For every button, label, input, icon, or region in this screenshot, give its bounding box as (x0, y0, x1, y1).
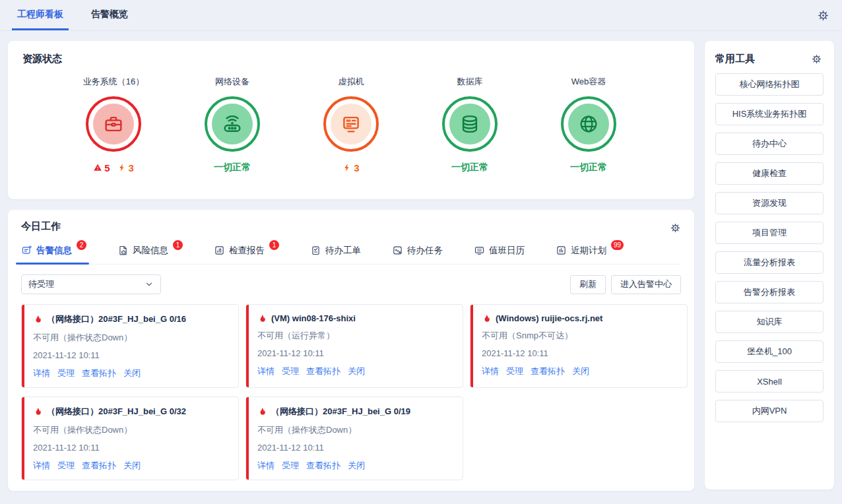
resource-item-web-containers[interactable]: Web容器 一切正常 (536, 76, 641, 174)
today-work-card: 今日工作 告警信息 2 风险信息 1 检查报告 1 (8, 210, 694, 491)
tool-button-knowledge-base[interactable]: 知识库 (715, 311, 824, 333)
view-topology-link[interactable]: 查看拓扑 (531, 365, 565, 377)
detail-link[interactable]: 详情 (482, 365, 499, 377)
alert-title: (Windows) ruijie-ocs.rj.net (496, 313, 602, 323)
warn-count: 3 (129, 162, 134, 173)
alert-card: （网络接口）20#3F_HJ_bei_G 0/32 不可用（操作状态Down） … (21, 396, 239, 480)
alert-time: 2021-11-12 10:11 (257, 443, 453, 453)
tab-badge: 2 (77, 240, 86, 250)
alert-message-icon (21, 245, 32, 256)
tab-recent-plan[interactable]: 近期计划 99 (556, 243, 624, 264)
accept-link[interactable]: 受理 (57, 367, 75, 379)
resource-item-virtual-machines[interactable]: 虚拟机 3 (298, 76, 404, 174)
alert-card: (VM) win08-176-shixi 不可用（运行异常） 2021-11-1… (245, 304, 463, 388)
common-tools-card: 常用工具 核心网络拓扑图 HIS系统业务拓扑图 待办中心 健康检查 资源发现 项… (705, 41, 834, 489)
tool-button-intranet-vpn[interactable]: 内网VPN (715, 400, 824, 422)
refresh-button[interactable]: 刷新 (570, 275, 606, 294)
detail-link[interactable]: 详情 (33, 460, 50, 472)
close-link[interactable]: 关闭 (123, 460, 141, 472)
tab-risk-info[interactable]: 风险信息 1 (117, 243, 183, 264)
tool-button-xshell[interactable]: XShell (715, 370, 824, 393)
resource-label: 业务系统（16） (83, 76, 144, 88)
warn-count: 3 (354, 162, 359, 173)
tool-button-resource-discovery[interactable]: 资源发现 (715, 192, 824, 214)
close-link[interactable]: 关闭 (572, 365, 589, 377)
tab-alarm-info[interactable]: 告警信息 2 (21, 243, 86, 264)
tab-duty-calendar[interactable]: 值班日历 (474, 243, 525, 264)
detail-link[interactable]: 详情 (33, 367, 50, 379)
database-icon (449, 104, 490, 144)
alert-time: 2021-11-12 10:11 (482, 348, 678, 358)
alert-title: （网络接口）20#3F_HJ_bei_G 0/19 (271, 406, 410, 418)
settings-gear-icon[interactable] (816, 8, 830, 22)
accept-link[interactable]: 受理 (506, 365, 523, 377)
view-topology-link[interactable]: 查看拓扑 (82, 367, 116, 379)
alert-time: 2021-11-12 10:11 (33, 350, 229, 360)
alert-desc: 不可用（操作状态Down） (257, 424, 453, 436)
resource-label: Web容器 (571, 76, 606, 88)
alarm-center-button[interactable]: 进入告警中心 (611, 275, 681, 294)
fire-icon (482, 314, 491, 323)
alert-card-grid: （网络接口）20#3F_HJ_bei_G 0/16 不可用（操作状态Down） … (21, 304, 681, 480)
tools-gear-icon[interactable] (809, 51, 824, 66)
resource-item-databases[interactable]: 数据库 一切正常 (417, 76, 523, 174)
detail-link[interactable]: 详情 (257, 365, 275, 377)
close-link[interactable]: 关闭 (348, 460, 365, 472)
tool-button-traffic-report[interactable]: 流量分析报表 (715, 251, 824, 274)
tool-button-todo-center[interactable]: 待办中心 (715, 133, 824, 155)
tab-badge: 1 (173, 240, 183, 250)
tab-badge: 99 (611, 240, 624, 250)
globe-icon (568, 104, 609, 144)
tool-button-bastion-host[interactable]: 堡垒机_100 (715, 340, 824, 363)
resource-ring (442, 96, 498, 152)
tab-engineer-dashboard[interactable]: 工程师看板 (12, 0, 69, 30)
fire-icon (33, 407, 42, 416)
accept-link[interactable]: 受理 (282, 460, 299, 472)
tab-todo-tasks[interactable]: 待办任务 (392, 243, 443, 264)
todo-task-icon (392, 245, 403, 256)
tool-button-his-business-topology[interactable]: HIS系统业务拓扑图 (715, 103, 824, 125)
tool-button-alarm-report[interactable]: 告警分析报表 (715, 281, 824, 303)
tab-check-report[interactable]: 检查报告 1 (214, 243, 279, 264)
view-topology-link[interactable]: 查看拓扑 (82, 460, 116, 472)
resource-ring (205, 96, 260, 152)
alert-title: (VM) win08-176-shixi (271, 313, 356, 323)
today-work-tabs: 告警信息 2 风险信息 1 检查报告 1 待办工单 (21, 243, 681, 265)
alert-time: 2021-11-12 10:11 (33, 443, 229, 453)
alert-time: 2021-11-12 10:11 (257, 348, 453, 358)
alert-desc: 不可用（Snmp不可达） (482, 330, 678, 342)
today-work-gear-icon[interactable] (668, 220, 682, 235)
view-topology-link[interactable]: 查看拓扑 (306, 365, 340, 377)
chevron-down-icon (145, 280, 154, 289)
fire-icon (257, 314, 267, 323)
fire-icon (257, 407, 267, 416)
resource-status-title: 资源状态 (22, 53, 680, 65)
tool-button-core-network-topology[interactable]: 核心网络拓扑图 (715, 73, 824, 96)
alert-title: （网络接口）20#3F_HJ_bei_G 0/32 (47, 406, 186, 418)
resource-ring (323, 96, 379, 152)
lightning-icon (342, 163, 352, 172)
alert-card: (Windows) ruijie-ocs.rj.net 不可用（Snmp不可达）… (470, 304, 688, 388)
view-topology-link[interactable]: 查看拓扑 (306, 460, 340, 472)
tool-button-health-check[interactable]: 健康检查 (715, 162, 824, 185)
resource-item-network-devices[interactable]: 网络设备 一切正常 (179, 76, 285, 174)
resource-item-business-systems[interactable]: 业务系统（16） 5 3 (61, 76, 166, 174)
resource-status-text: 一切正常 (214, 161, 251, 174)
tab-label: 工程师看板 (17, 9, 63, 20)
alert-desc: 不可用（运行异常） (257, 330, 453, 342)
alarm-status-select[interactable]: 待受理 (21, 274, 161, 294)
accept-link[interactable]: 受理 (282, 365, 299, 377)
tool-button-project-management[interactable]: 项目管理 (715, 222, 824, 244)
detail-link[interactable]: 详情 (257, 460, 275, 472)
risk-file-icon (117, 245, 129, 256)
resource-status-text: 一切正常 (570, 161, 607, 174)
close-link[interactable]: 关闭 (348, 365, 365, 377)
alert-title: （网络接口）20#3F_HJ_bei_G 0/16 (47, 313, 186, 325)
today-work-title: 今日工作 (21, 220, 681, 233)
alarm-triangle-icon (93, 163, 102, 172)
close-link[interactable]: 关闭 (123, 367, 141, 379)
accept-link[interactable]: 受理 (57, 460, 75, 472)
tab-todo-orders[interactable]: 待办工单 (310, 243, 361, 264)
tab-badge: 1 (269, 240, 279, 250)
tab-alarm-overview[interactable]: 告警概览 (86, 0, 133, 30)
